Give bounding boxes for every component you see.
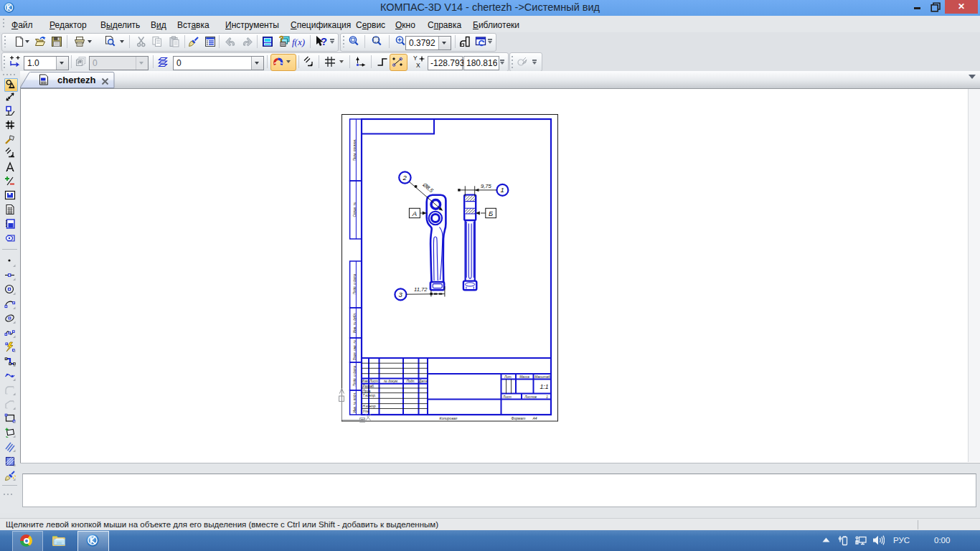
svg-text:Y: Y	[413, 55, 418, 62]
svg-text:Подп.: Подп.	[406, 380, 415, 383]
svg-text:1: 1	[501, 186, 504, 194]
svg-text:Б: Б	[489, 209, 493, 217]
svg-text:Инв. № дубл.: Инв. № дубл.	[353, 313, 357, 333]
svg-text:№ докум.: № докум.	[384, 380, 398, 383]
svg-text:Подп. и дата: Подп. и дата	[353, 365, 357, 386]
svg-text:Утв.: Утв.	[363, 410, 370, 413]
svg-text:Перв. примен.: Перв. примен.	[353, 139, 357, 161]
svg-text:X: X	[416, 62, 420, 68]
svg-text:Справ. №: Справ. №	[353, 202, 357, 217]
svg-text:Лит.: Лит.	[504, 375, 512, 379]
svg-text:9,75: 9,75	[481, 183, 492, 189]
svg-text:Н.контр.: Н.контр.	[363, 405, 377, 408]
svg-text:А4: А4	[532, 416, 537, 420]
svg-text:Инв. № подл.: Инв. № подл.	[353, 392, 357, 413]
svg-text:Изм.: Изм.	[362, 380, 369, 383]
svg-text:А: А	[412, 209, 417, 217]
svg-text:Листов: Листов	[524, 395, 537, 399]
svg-text:11,72: 11,72	[414, 286, 428, 293]
svg-text:1:1: 1:1	[540, 383, 548, 390]
svg-text:Взам. инв. №: Взам. инв. №	[353, 340, 357, 360]
svg-text:Масса: Масса	[519, 375, 529, 379]
svg-text:3: 3	[399, 291, 403, 298]
svg-text:Копировал: Копировал	[440, 416, 458, 420]
svg-text:f(x): f(x)	[292, 37, 305, 47]
svg-text:Т.контр.: Т.контр.	[363, 394, 377, 397]
svg-text:Дата: Дата	[418, 380, 428, 383]
svg-text:2: 2	[402, 174, 407, 182]
svg-text:Пров.: Пров.	[363, 390, 372, 393]
svg-text:Масштаб: Масштаб	[534, 375, 550, 379]
svg-text:Лист: Лист	[502, 395, 512, 399]
svg-text:?: ?	[321, 35, 327, 47]
svg-text:Разраб.: Разраб.	[363, 385, 375, 388]
svg-text:Формат: Формат	[512, 416, 526, 420]
svg-text:Подп. и дата: Подп. и дата	[353, 273, 357, 294]
svg-text:1: 1	[546, 395, 548, 399]
svg-text:Лист: Лист	[369, 380, 378, 383]
